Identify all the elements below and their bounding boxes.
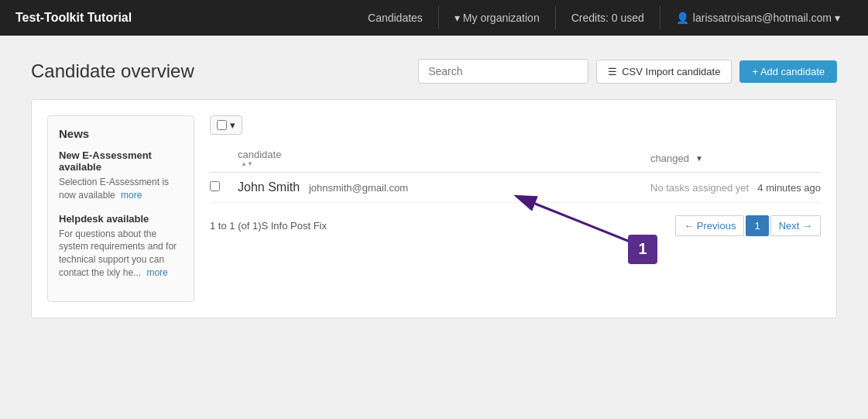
- app-title: Test-Toolkit Tutorial: [15, 11, 132, 25]
- table-row: John Smith johnsmith@gmail.com No tasks …: [210, 173, 821, 203]
- candidate-email: johnsmith@gmail.com: [309, 182, 408, 194]
- user-icon: 👤: [676, 12, 689, 24]
- credits-label: Credits: 0 used: [559, 0, 657, 36]
- dropdown-arrow-icon: ▾: [455, 12, 460, 24]
- news-item-1-body: Selection E-Assessment is now available …: [59, 176, 183, 202]
- row-candidate-col[interactable]: John Smith johnsmith@gmail.com: [233, 180, 650, 194]
- nav-divider-1: [438, 6, 439, 29]
- candidate-name: John Smith: [238, 180, 300, 194]
- changed-time: 4 minutes ago: [757, 182, 821, 194]
- row-checkbox[interactable]: [210, 181, 220, 191]
- annotation-wrapper: John Smith johnsmith@gmail.com No tasks …: [210, 173, 821, 203]
- user-menu[interactable]: 👤 larissatroisans@hotmail.com ▾: [664, 0, 853, 36]
- user-dropdown-arrow: ▾: [835, 12, 840, 24]
- svg-rect-2: [628, 235, 657, 264]
- news-item-2-more[interactable]: more: [146, 267, 167, 278]
- header-actions: ☰ CSV Import candidate + Add candidate: [418, 59, 837, 84]
- next-button[interactable]: Next →: [770, 215, 821, 236]
- select-all-checkbox[interactable]: [217, 120, 227, 130]
- page-header: Candidate overview ☰ CSV Import candidat…: [31, 59, 837, 84]
- header-candidate-col: candidate ▲▼: [233, 149, 650, 167]
- main-content: Candidate overview ☰ CSV Import candidat…: [0, 36, 868, 419]
- select-all-dropdown[interactable]: ▾: [210, 115, 242, 135]
- news-item-2: Helpdesk available For questions about t…: [59, 213, 183, 280]
- main-card: News New E-Assessment available Selectio…: [31, 99, 837, 318]
- previous-button[interactable]: ← Previous: [675, 215, 744, 236]
- table-header: candidate ▲▼ changed ▼: [210, 144, 821, 173]
- changed-sort-icon[interactable]: ▼: [695, 154, 703, 163]
- navbar: Test-Toolkit Tutorial Candidates ▾ My or…: [0, 0, 868, 36]
- pagination-info: 1 to 1 (of 1)S Info Post Fix: [210, 220, 327, 232]
- news-item-2-title: Helpdesk available: [59, 213, 183, 225]
- news-item-1: New E-Assessment available Selection E-A…: [59, 149, 183, 202]
- add-candidate-button[interactable]: + Add candidate: [739, 60, 837, 83]
- row-changed-col: No tasks assigned yet 4 minutes ago: [650, 182, 821, 194]
- candidate-list: ▾ candidate ▲▼ changed ▼: [210, 115, 821, 302]
- search-input[interactable]: [418, 59, 588, 84]
- csv-import-button[interactable]: ☰ CSV Import candidate: [596, 60, 732, 84]
- nav-candidates[interactable]: Candidates: [355, 0, 435, 36]
- news-item-1-title: New E-Assessment available: [59, 149, 183, 173]
- navbar-right: Candidates ▾ My organization Credits: 0 …: [355, 0, 853, 36]
- page-title: Candidate overview: [31, 60, 194, 82]
- list-icon: ☰: [608, 66, 617, 77]
- header-changed-col: changed ▼: [650, 153, 821, 164]
- annotation-number: 1: [638, 240, 647, 257]
- nav-divider-3: [660, 6, 660, 29]
- pagination-controls: ← Previous 1 Next →: [675, 215, 821, 236]
- no-tasks-label: No tasks assigned yet: [650, 182, 749, 194]
- list-toolbar: ▾: [210, 115, 821, 135]
- candidate-sort-icon[interactable]: ▲▼: [241, 160, 650, 167]
- news-panel: News New E-Assessment available Selectio…: [47, 115, 194, 302]
- pagination-row: 1 to 1 (of 1)S Info Post Fix ← Previous …: [210, 215, 821, 236]
- news-item-1-more[interactable]: more: [121, 190, 142, 201]
- nav-divider-2: [555, 6, 556, 29]
- row-check-col: [210, 181, 233, 194]
- nav-my-org[interactable]: ▾ My organization: [442, 0, 552, 36]
- page-1-button[interactable]: 1: [746, 215, 768, 236]
- dropdown-chevron-icon: ▾: [230, 119, 235, 131]
- news-item-2-body: For questions about the system requireme…: [59, 228, 183, 280]
- news-title: News: [59, 127, 183, 140]
